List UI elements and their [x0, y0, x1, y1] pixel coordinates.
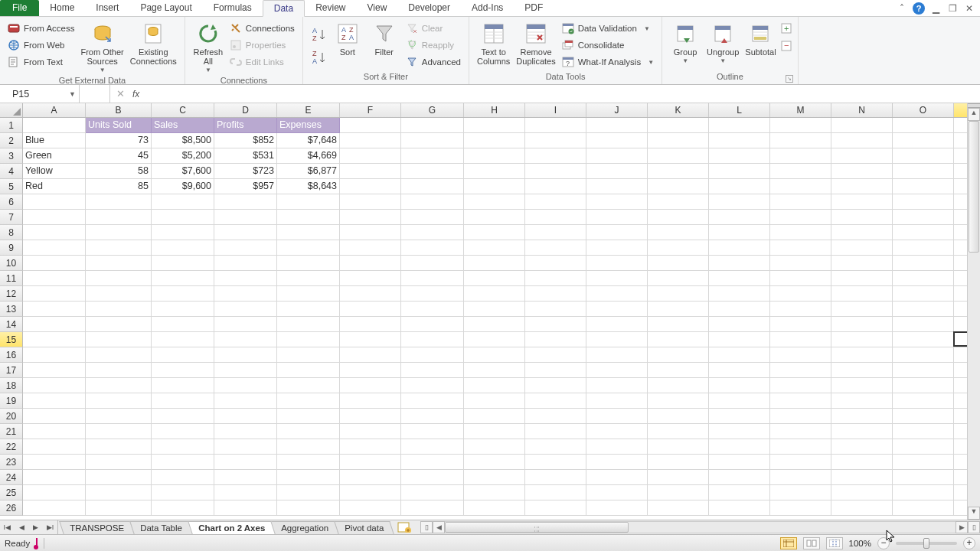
cell[interactable] — [770, 164, 831, 179]
cell[interactable] — [340, 256, 401, 271]
cell[interactable] — [277, 317, 340, 332]
cell[interactable] — [770, 225, 831, 240]
cell[interactable] — [340, 179, 401, 194]
cell[interactable] — [277, 378, 340, 393]
cell[interactable]: $8,643 — [277, 179, 340, 194]
cell[interactable] — [23, 500, 86, 516]
cell[interactable] — [214, 194, 277, 210]
cell[interactable] — [464, 455, 525, 470]
page-layout-view-button[interactable] — [803, 537, 820, 549]
cell[interactable] — [214, 240, 277, 256]
row-header[interactable]: 13 — [0, 302, 23, 317]
row-header[interactable]: 15 — [0, 332, 23, 347]
cell[interactable] — [831, 470, 893, 485]
cell[interactable] — [464, 317, 525, 332]
cell[interactable] — [152, 455, 214, 470]
cell[interactable] — [277, 194, 340, 210]
cell[interactable] — [525, 118, 586, 133]
cell[interactable] — [214, 363, 277, 378]
tab-view[interactable]: View — [357, 0, 398, 16]
cell[interactable] — [340, 271, 401, 286]
cell[interactable] — [401, 302, 464, 317]
cell[interactable] — [831, 424, 893, 439]
cell[interactable]: Yellow — [23, 164, 86, 179]
cell[interactable] — [648, 194, 709, 210]
filter-button[interactable]: Filter — [366, 20, 403, 58]
cell[interactable] — [152, 393, 214, 409]
cell[interactable] — [709, 133, 770, 148]
cell[interactable] — [770, 470, 831, 485]
cell[interactable] — [23, 455, 86, 470]
cell[interactable] — [340, 210, 401, 225]
cell[interactable] — [401, 133, 464, 148]
cell[interactable] — [648, 317, 709, 332]
cell[interactable] — [214, 393, 277, 409]
cell[interactable] — [831, 164, 893, 179]
sort-desc-button[interactable]: ZA — [308, 46, 329, 69]
cell[interactable] — [770, 485, 831, 500]
cell[interactable] — [152, 500, 214, 516]
cell[interactable] — [401, 485, 464, 500]
cell[interactable] — [770, 332, 831, 347]
refresh-all-button[interactable]: Refresh All▼ — [190, 20, 227, 76]
cell[interactable] — [831, 256, 893, 271]
cell[interactable] — [709, 317, 770, 332]
col-header-H[interactable]: H — [464, 103, 525, 117]
cell[interactable] — [709, 439, 770, 455]
cell[interactable] — [340, 118, 401, 133]
cell[interactable]: Sales — [152, 118, 214, 133]
cell[interactable] — [586, 118, 648, 133]
sheet-tab-aggregation[interactable]: Aggregation — [270, 521, 339, 534]
cell[interactable] — [340, 378, 401, 393]
cell[interactable] — [214, 470, 277, 485]
cell[interactable] — [525, 317, 586, 332]
cell[interactable] — [648, 363, 709, 378]
cell[interactable] — [464, 118, 525, 133]
cell[interactable] — [152, 194, 214, 210]
cell[interactable] — [586, 332, 648, 347]
name-box-dropdown-icon[interactable]: ▼ — [69, 90, 76, 98]
row-header[interactable]: 24 — [0, 470, 23, 485]
cell[interactable] — [893, 439, 954, 455]
cell[interactable] — [709, 470, 770, 485]
prev-sheet-icon[interactable]: ◀ — [15, 523, 29, 531]
cell[interactable] — [23, 256, 86, 271]
cell[interactable] — [340, 500, 401, 516]
cell[interactable] — [23, 470, 86, 485]
cell[interactable] — [464, 363, 525, 378]
existing-connections-button[interactable]: Existing Connections — [127, 20, 180, 67]
row-header[interactable]: 8 — [0, 225, 23, 240]
col-header-F[interactable]: F — [340, 103, 401, 117]
cell[interactable] — [831, 378, 893, 393]
cell[interactable] — [770, 133, 831, 148]
cell[interactable] — [214, 347, 277, 363]
cell[interactable] — [23, 363, 86, 378]
cell[interactable] — [277, 455, 340, 470]
cell[interactable] — [586, 439, 648, 455]
cell[interactable] — [709, 500, 770, 516]
cell[interactable] — [152, 210, 214, 225]
cell[interactable] — [464, 179, 525, 194]
cell[interactable] — [770, 148, 831, 164]
cell[interactable] — [152, 485, 214, 500]
next-sheet-icon[interactable]: ▶ — [29, 523, 44, 531]
cell[interactable] — [893, 118, 954, 133]
scroll-right-icon[interactable]: ▶ — [956, 521, 968, 533]
formula-input[interactable] — [147, 85, 980, 103]
cell[interactable] — [214, 256, 277, 271]
cell[interactable] — [586, 271, 648, 286]
insert-sheet-icon[interactable] — [396, 520, 413, 534]
col-header-J[interactable]: J — [586, 103, 648, 117]
scroll-split-icon[interactable]: ▯ — [420, 521, 433, 533]
row-header[interactable]: 16 — [0, 347, 23, 363]
cell[interactable] — [152, 286, 214, 302]
cell[interactable] — [152, 347, 214, 363]
tab-formulas[interactable]: Formulas — [203, 0, 263, 16]
cell[interactable] — [893, 271, 954, 286]
cell[interactable] — [401, 332, 464, 347]
cell[interactable] — [893, 164, 954, 179]
cell[interactable] — [586, 240, 648, 256]
cell[interactable] — [648, 347, 709, 363]
cell[interactable] — [586, 133, 648, 148]
cell[interactable] — [86, 347, 152, 363]
